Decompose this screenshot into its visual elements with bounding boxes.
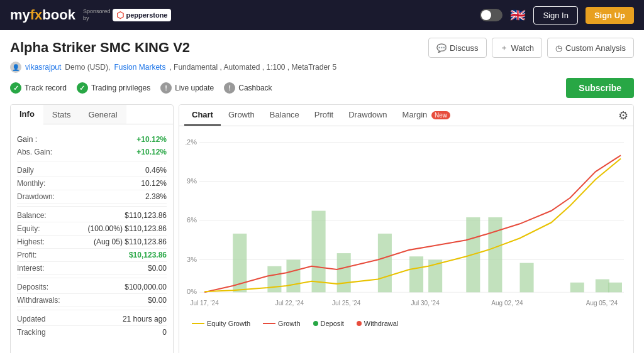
svg-rect-15 — [337, 253, 351, 292]
svg-text:12%: 12% — [186, 138, 197, 146]
svg-text:Jul 25, '24: Jul 25, '24 — [332, 300, 361, 307]
svg-text:0%: 0% — [187, 288, 197, 295]
page-content: Alpha Striker SMC KING V2 💬 Discuss ＋ Wa… — [0, 30, 644, 353]
live-update-icon: ! — [160, 82, 172, 94]
equity-value: (100.00%) $110,123.86 — [88, 224, 167, 233]
badge-trading-privileges: ✓ Trading privileges — [77, 82, 150, 94]
page-title: Alpha Striker SMC KING V2 — [10, 40, 190, 56]
daily-row: Daily 0.46% — [17, 164, 167, 177]
sponsored-section: Sponsoredby ⬡ pepperstone — [83, 8, 172, 22]
discuss-button[interactable]: 💬 Discuss — [428, 38, 487, 58]
language-flag[interactable]: 🇬🇧 — [510, 8, 526, 23]
svg-text:Aug 05, '24: Aug 05, '24 — [586, 300, 618, 307]
tracking-value: 0 — [162, 328, 167, 337]
legend-growth: Growth — [263, 320, 300, 327]
svg-rect-16 — [378, 234, 392, 292]
svg-text:Jul 22, '24: Jul 22, '24 — [275, 300, 304, 307]
svg-text:9%: 9% — [187, 177, 197, 185]
theme-toggle[interactable] — [480, 9, 502, 21]
custom-analysis-button[interactable]: ◷ Custom Analysis — [547, 38, 634, 58]
legend-withdrawal: Withdrawal — [357, 320, 398, 327]
drawdown-row: Drawdown: 2.38% — [17, 190, 167, 204]
balance-value: $110,123.86 — [125, 211, 167, 220]
equity-row: Equity: (100.00%) $110,123.86 — [17, 222, 167, 236]
svg-text:Jul 30, '24: Jul 30, '24 — [411, 300, 440, 307]
username-link[interactable]: vikasrajput — [25, 63, 61, 72]
interest-label: Interest: — [17, 264, 44, 273]
tab-growth[interactable]: Growth — [221, 105, 262, 126]
subscribe-button[interactable]: Subscribe — [566, 78, 634, 98]
left-panel-content: Gain : +10.12% Abs. Gain: +10.12% Daily … — [11, 124, 173, 344]
chart-area: 12% 9% 6% 3% 0% — [179, 126, 633, 353]
chart-legend: Equity Growth Growth Deposit Withdrawal — [186, 320, 627, 327]
tab-general[interactable]: General — [79, 105, 126, 124]
svg-rect-13 — [286, 259, 300, 292]
svg-text:3%: 3% — [187, 255, 197, 263]
pepper-logo: ⬡ pepperstone — [113, 9, 171, 21]
withdrawals-value: $0.00 — [148, 296, 167, 305]
deposits-value: $100,000.00 — [125, 283, 167, 291]
svg-rect-22 — [570, 283, 584, 293]
signin-button[interactable]: Sign In — [533, 6, 577, 24]
withdrawal-dot — [357, 321, 362, 326]
badge-track-record: ✓ Track record — [10, 82, 67, 94]
cashback-icon: ! — [224, 82, 235, 94]
trading-privileges-label: Trading privileges — [91, 84, 150, 92]
gain-section: Gain : +10.12% Abs. Gain: +10.12% — [17, 133, 167, 158]
deposits-label: Deposits: — [17, 283, 48, 291]
daily-value: 0.46% — [145, 166, 167, 175]
svg-rect-21 — [520, 263, 534, 293]
signup-button[interactable]: Sign Up — [586, 7, 634, 24]
balance-label: Balance: — [17, 211, 47, 220]
highest-label: Highest: — [17, 237, 45, 246]
cashback-label: Cashback — [238, 84, 272, 92]
withdrawals-row: Withdrawals: $0.00 — [17, 294, 167, 307]
chart-tab-bar: Chart Growth Balance Profit Drawdown Mar… — [179, 105, 633, 126]
tab-margin[interactable]: Margin New — [395, 105, 458, 126]
badge-live-update: ! Live update — [160, 82, 214, 94]
equity-growth-label: Equity Growth — [207, 320, 250, 327]
left-tab-bar: Info Stats General — [11, 105, 173, 124]
watch-icon: ＋ — [500, 42, 508, 53]
balance-row: Balance: $110,123.86 — [17, 209, 167, 222]
trading-privileges-icon: ✓ — [77, 82, 88, 94]
right-panel: Chart Growth Balance Profit Drawdown Mar… — [179, 104, 634, 353]
badge-cashback: ! Cashback — [224, 82, 272, 94]
updated-label: Updated — [17, 315, 45, 323]
tab-stats[interactable]: Stats — [43, 105, 80, 124]
updated-value: 21 hours ago — [123, 315, 167, 323]
tab-profit[interactable]: Profit — [307, 105, 341, 126]
avatar: 👤 — [10, 62, 21, 73]
logo: myfxbook — [10, 7, 75, 23]
live-update-label: Live update — [175, 84, 214, 92]
legend-equity-growth: Equity Growth — [192, 320, 250, 327]
withdrawal-label: Withdrawal — [364, 320, 398, 327]
watch-button[interactable]: ＋ Watch — [492, 38, 542, 58]
pepper-name: pepperstone — [126, 11, 167, 19]
tracking-row: Tracking 0 — [17, 326, 167, 339]
daily-label: Daily — [17, 166, 34, 175]
main-layout: Info Stats General Gain : +10.12% Abs. G… — [10, 104, 634, 353]
abs-gain-label: Abs. Gain: — [17, 148, 52, 156]
broker-link[interactable]: Fusion Markets — [114, 63, 165, 72]
tab-drawdown[interactable]: Drawdown — [341, 105, 394, 126]
abs-gain-value: +10.12% — [136, 148, 167, 156]
profit-row: Profit: $10,123.86 — [17, 249, 167, 262]
custom-analysis-label: Custom Analysis — [565, 43, 626, 53]
monthly-value: 10.12% — [141, 179, 167, 188]
growth-line — [263, 323, 275, 324]
header: myfxbook Sponsoredby ⬡ pepperstone 🇬🇧 Si… — [0, 0, 644, 30]
chart-settings-icon[interactable]: ⚙ — [618, 109, 628, 122]
svg-text:Jul 17, '24: Jul 17, '24 — [190, 300, 219, 307]
discuss-label: Discuss — [450, 43, 479, 53]
svg-rect-14 — [312, 211, 326, 293]
account-details: , Fundamental , Automated , 1:100 , Meta… — [169, 63, 336, 72]
tab-chart[interactable]: Chart — [184, 105, 221, 126]
updated-row: Updated 21 hours ago — [17, 313, 167, 326]
new-badge: New — [431, 111, 450, 119]
tab-info[interactable]: Info — [11, 105, 43, 124]
legend-deposit: Deposit — [313, 320, 344, 327]
tab-balance[interactable]: Balance — [262, 105, 307, 126]
monthly-label: Monthly: — [17, 179, 45, 188]
svg-rect-12 — [267, 266, 281, 293]
